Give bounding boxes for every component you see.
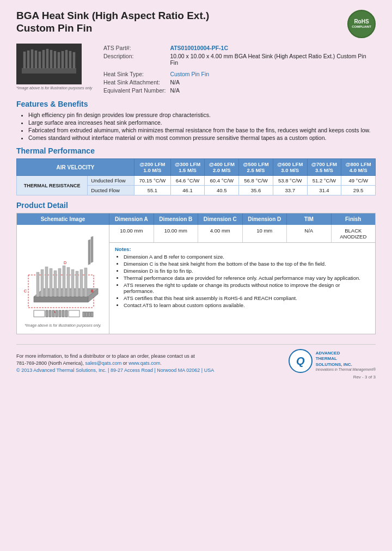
svg-rect-29 <box>67 267 70 297</box>
description-value: 10.00 x 10.00 x 4.00 mm BGA Heat Sink (H… <box>168 52 376 66</box>
svg-rect-14 <box>73 52 75 68</box>
finish-value: BLACK ANODIZED <box>332 225 376 242</box>
svg-rect-11 <box>62 51 64 68</box>
svg-rect-1 <box>23 52 26 68</box>
air-velocity-header: AIR VELOCITY <box>17 159 134 176</box>
svg-rect-5 <box>39 52 41 68</box>
dim-d-header: Dimension D <box>243 213 287 225</box>
svg-rect-34 <box>88 240 90 265</box>
schematic-caption: *Image above is for illustration purpose… <box>24 323 101 327</box>
finish-header: Finish <box>332 213 376 225</box>
email-link[interactable]: sales@qats.com <box>85 360 122 366</box>
svg-rect-45 <box>59 310 61 317</box>
svg-rect-41 <box>46 310 48 317</box>
note-item: Dimension D is fin tip to fin tip. <box>124 268 370 274</box>
thermal-col3-header: @400 LFM2.0 M/S <box>205 159 239 176</box>
thermal-resistance-label: THERMAL RESISTANCE <box>17 176 88 195</box>
thermal-title: Thermal Performance <box>16 146 376 155</box>
tim-header: TIM <box>287 213 332 225</box>
tim-value: N/A <box>287 225 332 242</box>
svg-rect-28 <box>63 266 65 297</box>
svg-rect-49 <box>83 312 85 317</box>
ducted-val3: 35.6 <box>239 186 273 195</box>
svg-rect-23 <box>41 270 44 297</box>
svg-rect-7 <box>46 49 48 68</box>
dim-c-value: 4.00 mm <box>198 225 243 242</box>
ducted-val2: 40.5 <box>205 186 239 195</box>
unducted-val6: 49 °C/W <box>341 176 376 186</box>
page-header: BGA Heat Sink (High Aspect Ratio Ext.) C… <box>16 10 376 38</box>
title-line2: Custom Pin Fin <box>16 22 92 34</box>
svg-rect-4 <box>35 51 37 68</box>
svg-rect-24 <box>45 267 48 297</box>
thermal-table: AIR VELOCITY @200 LFM1.0 M/S @300 LFM1.5… <box>16 158 376 195</box>
notes-area: Notes: Dimension A and B refer to compon… <box>109 243 375 313</box>
notes-list: Dimension A and B refer to component siz… <box>115 254 370 308</box>
svg-rect-9 <box>54 51 56 68</box>
unducted-val2: 60.4 °C/W <box>205 176 239 186</box>
feature-item: High efficiency pin fin design provides … <box>28 112 376 118</box>
dim-c-header: Dimension C <box>198 213 243 225</box>
rohs-badge: RoHS COMPLIANT <box>347 10 376 38</box>
website-link[interactable]: www.qats.com. <box>128 360 162 366</box>
svg-rect-8 <box>50 50 52 68</box>
part-num-value: ATS010010004-PF-1C <box>168 44 376 52</box>
dim-a-value: 10.00 mm <box>109 225 154 242</box>
schematic-header: Schematic Image <box>17 213 109 225</box>
footer-left: For more information, to find a distribu… <box>16 353 214 373</box>
attachment-label: Heat Sink Attachment: <box>101 78 168 86</box>
ducted-val4: 33.7 <box>273 186 307 195</box>
product-image-caption: *Image above is for illustration purpose… <box>16 86 93 90</box>
product-image-box: *Image above is for illustration purpose… <box>16 44 93 94</box>
copyright: © 2013 Advanced Thermal Solutions, Inc. … <box>16 368 214 373</box>
thermal-col4-header: @500 LFM2.5 M/S <box>239 159 273 176</box>
product-detail-header: Schematic Image Dimension A Dimension B … <box>17 213 375 225</box>
ats-logo-icon: Q <box>289 349 313 373</box>
equivalent-value: N/A <box>168 86 376 94</box>
svg-rect-2 <box>27 51 29 68</box>
ats-name3: SOLUTIONS, INC. <box>316 362 352 367</box>
thermal-col5-header: @600 LFM3.0 M/S <box>273 159 307 176</box>
dim-b-value: 10.00 mm <box>154 225 199 242</box>
ducted-val6: 29.5 <box>341 186 376 195</box>
thermal-col1-header: @200 LFM1.0 M/S <box>134 159 171 176</box>
description-label: Description: <box>101 52 168 66</box>
feature-item: Fabricated from extruded aluminum, which… <box>28 127 376 133</box>
unducted-val0: 70.15 °C/W <box>134 176 171 186</box>
dim-d-value: 10 mm <box>243 225 287 242</box>
notes-title: Notes: <box>115 246 370 252</box>
ats-name2: THERMAL <box>316 356 337 361</box>
ats-logo-text-block: ADVANCED THERMAL SOLUTIONS, INC. Innovat… <box>316 351 376 371</box>
product-detail-title: Product Detail <box>16 201 376 210</box>
heat-sink-type-value: Custom Pin Fin <box>168 70 376 78</box>
attachment-value: N/A <box>168 78 376 86</box>
unducted-flow-label: Unducted Flow <box>88 176 134 186</box>
svg-rect-3 <box>31 50 33 68</box>
svg-marker-20 <box>34 297 88 302</box>
product-detail-table: Schematic Image Dimension A Dimension B … <box>16 213 376 334</box>
unducted-val3: 56.8 °C/W <box>239 176 273 186</box>
svg-rect-40 <box>34 310 45 317</box>
note-item: Dimension A and B refer to component siz… <box>124 254 370 260</box>
thermal-col2-header: @300 LFM1.5 M/S <box>170 159 205 176</box>
part-details: ATS Part#: ATS010010004-PF-1C Descriptio… <box>101 44 376 94</box>
svg-rect-33 <box>84 268 87 297</box>
feature-item: Comes standard without interface materia… <box>28 134 376 141</box>
dim-values-row: 10.00 mm 10.00 mm 4.00 mm 10 mm N/A BLAC… <box>109 225 375 243</box>
ducted-flow-label: Ducted Flow <box>88 186 134 195</box>
product-image <box>16 44 82 84</box>
footer-right: Q ADVANCED THERMAL SOLUTIONS, INC. Innov… <box>289 349 376 373</box>
svg-rect-25 <box>50 268 52 297</box>
part-info-section: *Image above is for illustration purpose… <box>16 44 376 94</box>
svg-text:D: D <box>64 261 66 265</box>
page: BGA Heat Sink (High Aspect Ratio Ext.) C… <box>0 0 392 385</box>
feature-item: Large surface area increases heat sink p… <box>28 119 376 126</box>
svg-text:B: B <box>91 289 94 293</box>
svg-rect-13 <box>69 51 71 68</box>
svg-rect-52 <box>91 312 93 317</box>
features-title: Features & Benefits <box>16 100 376 108</box>
page-number: Rev - 3 of 3 <box>16 375 376 379</box>
features-list: High efficiency pin fin design provides … <box>16 112 376 141</box>
dim-b-header: Dimension B <box>154 213 199 225</box>
note-item: Contact ATS to learn about custom option… <box>124 302 370 308</box>
